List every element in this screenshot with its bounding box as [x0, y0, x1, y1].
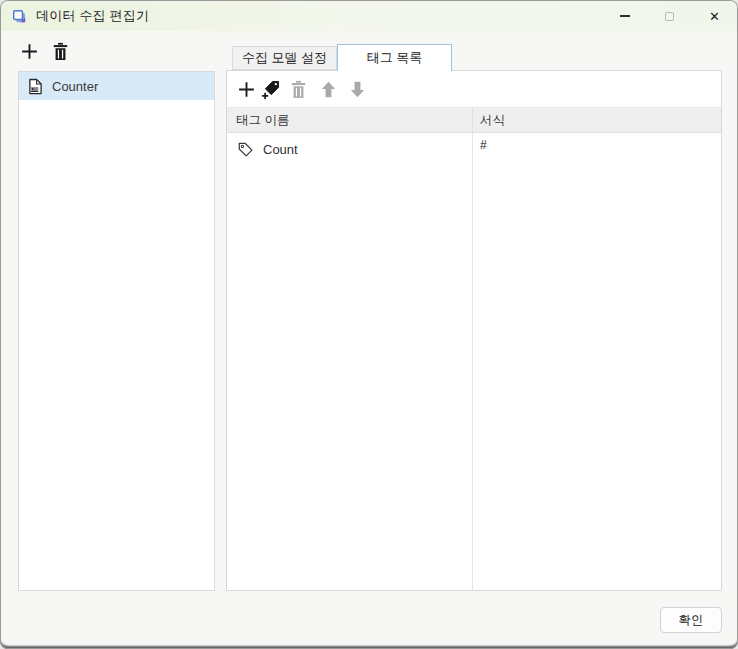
- trash-icon: [50, 41, 71, 62]
- column-header-tag-name[interactable]: 태그 이름: [227, 108, 472, 132]
- tag-plus-icon: [260, 79, 281, 100]
- ok-button-label: 확인: [679, 612, 704, 629]
- titlebar[interactable]: 데이터 수집 편집기 ✕: [1, 1, 737, 31]
- close-button[interactable]: ✕: [692, 1, 737, 31]
- svg-text:LOG: LOG: [31, 88, 39, 92]
- column-header-format[interactable]: 서식: [472, 108, 721, 132]
- tag-table-header: 태그 이름 서식: [227, 108, 721, 133]
- minimize-icon: [620, 15, 630, 16]
- caption-buttons: ✕: [602, 1, 737, 31]
- tab-label: 수집 모델 설정: [242, 49, 327, 67]
- tag-format-cell: #: [472, 133, 721, 166]
- delete-tag-button[interactable]: [288, 79, 309, 100]
- log-file-icon: LOG: [28, 78, 43, 95]
- tag-list-panel: 태그 이름 서식 Count #: [226, 70, 722, 591]
- tab-label: 태그 목록: [367, 49, 423, 67]
- window-title: 데이터 수집 편집기: [36, 7, 149, 25]
- close-icon: ✕: [709, 10, 720, 23]
- tab-collection-model-settings[interactable]: 수집 모델 설정: [232, 46, 337, 70]
- add-tag-button[interactable]: [236, 79, 257, 100]
- move-down-button[interactable]: [347, 79, 368, 100]
- minimize-button[interactable]: [602, 1, 647, 31]
- add-model-button[interactable]: [19, 41, 40, 62]
- column-divider: [472, 133, 473, 590]
- new-tag-button[interactable]: [260, 79, 281, 100]
- maximize-button[interactable]: [647, 1, 692, 31]
- move-up-button[interactable]: [318, 79, 339, 100]
- model-list: LOG Counter: [18, 71, 215, 591]
- tab-tag-list[interactable]: 태그 목록: [337, 44, 452, 71]
- model-item-label: Counter: [52, 79, 98, 94]
- delete-model-button[interactable]: [50, 41, 71, 62]
- model-list-item-counter[interactable]: LOG Counter: [19, 72, 214, 100]
- plus-icon: [19, 41, 40, 62]
- tag-row[interactable]: Count #: [227, 133, 721, 166]
- tag-name-cell: Count: [227, 133, 472, 166]
- dialog-window: 데이터 수집 편집기 ✕ LOG: [0, 0, 738, 649]
- app-icon: [12, 9, 27, 24]
- tag-icon: [237, 141, 254, 158]
- plus-icon: [236, 79, 257, 100]
- tag-name: Count: [263, 142, 298, 157]
- trash-icon: [288, 79, 309, 100]
- arrow-up-icon: [318, 79, 339, 100]
- ok-button[interactable]: 확인: [660, 607, 722, 633]
- tag-toolbar: [227, 71, 721, 108]
- model-toolbar: [19, 41, 71, 62]
- tag-table-body: Count #: [227, 133, 721, 590]
- arrow-down-icon: [347, 79, 368, 100]
- maximize-icon: [665, 12, 674, 21]
